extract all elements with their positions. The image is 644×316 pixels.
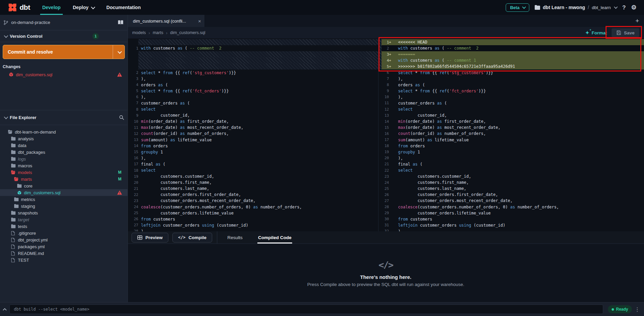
code-line[interactable]: 28) (128, 228, 378, 231)
code-line[interactable]: 2 select * from {{ ref('stg_customers')}… (128, 69, 378, 76)
nav-develop[interactable]: Develop (36, 0, 66, 15)
nav-deploy[interactable]: Deploy (67, 0, 101, 15)
code-line[interactable]: 11 max(order_date) as most_recent_order_… (128, 124, 378, 131)
code-line[interactable]: 14 from orders (128, 143, 378, 149)
close-icon[interactable]: × (198, 18, 201, 24)
code-line[interactable]: 6 select * from {{ ref('stg_customers')}… (379, 69, 644, 76)
code-line[interactable]: 16 count(order_id) as number_of_orders, (379, 131, 644, 137)
tree-item-dbt-learn-on-demand[interactable]: dbt-learn-on-demand (0, 128, 128, 135)
code-line[interactable]: 15 group by 1 (128, 149, 378, 155)
dbt-logo[interactable]: dbt (0, 3, 36, 12)
code-line[interactable]: 1+<<<<<<< HEAD (379, 39, 644, 45)
code-line[interactable]: 21final as ( (379, 161, 644, 167)
breadcrumb-marts[interactable]: marts (153, 30, 163, 35)
tree-item--gitignore[interactable]: .gitignore (0, 230, 128, 236)
code-line[interactable]: 4+with customers as ( -- comment 1 (379, 57, 644, 63)
code-line[interactable]: 13 sum(amount) as lifetime_value (128, 137, 378, 143)
code-line[interactable]: 10), (379, 94, 644, 100)
code-line[interactable]: 5 select * from {{ ref('fct_orders')}} (128, 88, 378, 94)
tree-item-packages-yml[interactable]: packages.yml (0, 243, 128, 250)
compile-button[interactable]: </> Compile (172, 233, 212, 242)
code-line[interactable]: 5+>>>>>>> b81f802a66fd544504c65721e3ffaa… (379, 63, 644, 69)
breadcrumb-file[interactable]: dim_customers.sql (170, 30, 205, 35)
save-button[interactable]: Save (612, 28, 639, 37)
tree-item-staging[interactable]: staging (0, 203, 128, 209)
code-line[interactable]: 18 select (128, 167, 378, 173)
preview-button[interactable]: Preview (132, 233, 168, 242)
tree-item-models[interactable]: modelsM (0, 169, 128, 176)
tree-item-metrics[interactable]: metrics (0, 196, 128, 203)
code-line[interactable]: 26 customer_orders.first_order_date, (379, 192, 644, 198)
tree-item-analysis[interactable]: analysis (0, 135, 128, 142)
code-line[interactable]: 23 customer_orders.most_recent_order_dat… (128, 198, 378, 204)
kebab-menu-icon[interactable]: ⋮ (635, 306, 644, 313)
code-line[interactable]: 28 coalesce(customer_orders.number_of_or… (379, 204, 644, 210)
code-line[interactable]: 1with customers as ( -- comment 2 (128, 45, 378, 51)
editor-pane-incoming[interactable]: 1+<<<<<<< HEAD2with customers as ( -- co… (379, 38, 644, 231)
gear-icon[interactable]: ⚙ (631, 4, 637, 10)
tree-item-dbt-packages[interactable]: dbt_packages (0, 149, 128, 155)
code-line[interactable]: 8orders as ( (379, 82, 644, 88)
code-line[interactable]: 20), (379, 155, 644, 161)
code-line[interactable]: 27 customer_orders.most_recent_order_dat… (379, 198, 644, 204)
tree-item-dim-customers-sql[interactable]: dim_customers.sql (0, 189, 128, 196)
commit-and-resolve-button[interactable]: Commit and resolve (3, 45, 125, 59)
tab-dim-customers[interactable]: dim_customers.sql (confli... × (128, 15, 204, 27)
tree-item-data[interactable]: data (0, 142, 128, 149)
tree-item-target[interactable]: target (0, 216, 128, 223)
tree-item-marts[interactable]: martsM (0, 176, 128, 182)
code-line[interactable]: 13 customer_id, (379, 112, 644, 118)
commit-options-dropdown[interactable] (113, 45, 124, 59)
code-line[interactable]: 10 min(order_date) as first_order_date, (128, 118, 378, 124)
tab-compiled-code[interactable]: Compiled Code (253, 231, 297, 243)
code-line[interactable]: 3+======= (379, 51, 644, 57)
code-line[interactable]: 23 customers.customer_id, (379, 173, 644, 179)
tab-results[interactable]: Results (222, 231, 248, 243)
version-control-header[interactable]: Version Control 1 (0, 30, 128, 42)
tree-item-macros[interactable]: macros (0, 162, 128, 169)
tree-item-dbt-project-yml[interactable]: dbt_project.yml (0, 236, 128, 243)
tree-item-tests[interactable]: tests (0, 223, 128, 230)
code-line[interactable]: 22 customer_orders.first_order_date, (128, 192, 378, 198)
code-line[interactable]: 9 select * from {{ ref('fct_orders')}} (379, 88, 644, 94)
tree-item-snapshots[interactable]: snapshots (0, 209, 128, 216)
code-line[interactable]: 25 customers.last_name, (379, 185, 644, 192)
beta-dropdown[interactable]: Beta (506, 3, 529, 12)
code-line[interactable]: 24 customers.first_name, (379, 179, 644, 185)
format-button[interactable]: ✦+ Format (585, 30, 607, 35)
code-line[interactable]: 7customer_orders as ( (128, 100, 378, 106)
code-line[interactable]: 7), (379, 76, 644, 82)
code-line[interactable]: 2with customers as ( -- comment 2 (379, 45, 644, 51)
command-input[interactable]: dbt build --select <model_name> (9, 305, 603, 314)
code-line[interactable]: 26 from customers (128, 216, 378, 222)
code-line[interactable]: 8 select (128, 106, 378, 112)
code-line[interactable]: 12 select (379, 106, 644, 112)
code-line[interactable]: 17final as ( (128, 161, 378, 167)
code-line[interactable]: 19 group by 1 (379, 149, 644, 155)
tree-item-test[interactable]: TEST (0, 257, 128, 263)
code-line[interactable]: 25 customer_orders.lifetime_value (128, 210, 378, 216)
code-line[interactable]: 21 customers.last_name, (128, 185, 378, 192)
code-line[interactable]: 31 left join customer_orders using (cust… (379, 222, 644, 228)
code-line[interactable]: 18 from orders (379, 143, 644, 149)
code-line[interactable]: 14 min(order_date) as first_order_date, (379, 118, 644, 124)
code-line[interactable]: 6), (128, 94, 378, 100)
help-icon[interactable]: ? (622, 5, 625, 10)
code-line[interactable]: 27 left join customer_orders using (cust… (128, 222, 378, 228)
search-icon[interactable] (119, 115, 124, 120)
docs-book-icon[interactable] (118, 20, 123, 25)
code-line[interactable]: 24 coalesce(customer_orders.number_of_or… (128, 204, 378, 210)
tree-item-readme-md[interactable]: README.md (0, 250, 128, 257)
code-line[interactable]: 22 select (379, 167, 644, 173)
editor-pane-current[interactable]: 1with customers as ( -- comment 22 selec… (128, 38, 379, 231)
code-line[interactable]: 19 customers.customer_id, (128, 173, 378, 179)
code-line[interactable]: 17 sum(amount) as lifetime_value (379, 137, 644, 143)
code-line[interactable]: 30 from customers (379, 216, 644, 222)
new-tab-button[interactable]: + (631, 15, 644, 27)
code-line[interactable]: 15 max(order_date) as most_recent_order_… (379, 124, 644, 131)
code-line[interactable]: 32) (379, 228, 644, 231)
code-line[interactable]: 29 customer_orders.lifetime_value (379, 210, 644, 216)
code-line[interactable]: 16), (128, 155, 378, 161)
chevron-up-icon[interactable] (0, 308, 9, 311)
branch-row[interactable]: on-demand-practice (0, 15, 128, 30)
